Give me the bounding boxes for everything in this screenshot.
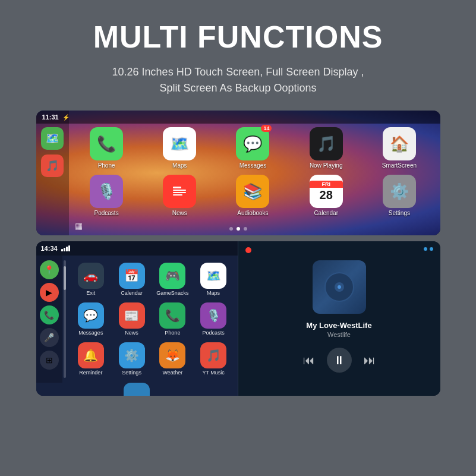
bottom-app-weather[interactable]: 🦊 Weather: [153, 341, 192, 378]
weather-icon: 🦊: [159, 342, 185, 368]
b-news-label: News: [125, 330, 138, 336]
b-messages-label: Messages: [78, 330, 103, 336]
audiobooks-label: Audiobooks: [237, 210, 268, 216]
app-smartscreen[interactable]: 🏠 SmartScreen: [364, 127, 434, 169]
page-dots: [229, 227, 247, 231]
music-artist: Westlife: [245, 331, 433, 338]
scroll-thumb: [64, 266, 66, 290]
settings-icon: ⚙️: [383, 175, 416, 208]
b-messages-icon: 💬: [78, 302, 104, 329]
messages-icon: 💬 14: [236, 127, 269, 160]
b-settings-label: Settings: [122, 370, 141, 376]
bottom-app-gamesnacks[interactable]: 🎮 GameSnacks: [153, 260, 192, 298]
battery-icon: ⚡: [62, 114, 70, 121]
bottom-left-panel: 14:34 📍 ▶ 📞 🎤 ⊞: [36, 241, 238, 396]
app-podcasts[interactable]: 🎙️ Podcasts: [72, 175, 141, 216]
b-calendar-icon: 📅: [119, 263, 145, 289]
bottom-apps-grid: 🚗 Exit 📅 Calendar 🎮 GameSnacks 🗺️ Maps: [67, 256, 238, 383]
settings-label: Settings: [389, 210, 410, 216]
sidebar-phone-icon[interactable]: 📞: [40, 305, 59, 324]
signal-bar-3: [66, 247, 68, 251]
messages-badge: 14: [261, 125, 272, 132]
bottom-left-sidebar: 📍 ▶ 📞 🎤 ⊞: [36, 256, 62, 383]
top-time: 11:31: [42, 114, 59, 121]
sidebar-music-icon[interactable]: 🎵: [41, 155, 64, 177]
music-controls: ⏮ ⏸ ⏭: [245, 348, 433, 373]
reminder-icon: 🔔: [78, 342, 104, 368]
bottom-app-settings[interactable]: ⚙️ Settings: [112, 341, 151, 378]
exit-label: Exit: [86, 290, 95, 296]
b-calendar-label: Calendar: [121, 290, 143, 296]
b-settings-icon: ⚙️: [119, 342, 145, 368]
smartscreen-label: SmartScreen: [382, 162, 417, 169]
bottom-app-phone[interactable]: 📞 Phone: [153, 300, 192, 338]
signal-bars: [61, 245, 70, 251]
app-maps[interactable]: 🗺️ Maps: [145, 127, 215, 169]
sidebar-mic-icon[interactable]: 🎤: [40, 328, 59, 347]
b-news-icon: 📰: [119, 302, 145, 329]
prev-button[interactable]: ⏮: [303, 354, 315, 367]
b-podcasts-icon: 🎙️: [200, 302, 226, 329]
svg-rect-1: [173, 187, 181, 188]
app-audiobooks[interactable]: 📚 Audiobooks: [218, 175, 288, 216]
app-phone[interactable]: 📞 Phone: [72, 127, 141, 169]
svg-rect-2: [173, 190, 186, 191]
gamesnacks-icon: 🎮: [159, 263, 185, 289]
nowplaying-label: Now Playing: [310, 162, 343, 169]
bottom-app-messages[interactable]: 💬 Messages: [72, 300, 111, 338]
sidebar-grid-icon[interactable]: ⊞: [40, 351, 59, 370]
signal-bar-4: [68, 245, 70, 251]
bottom-app-calendar[interactable]: 📅 Calendar: [112, 260, 151, 298]
dot-2: [237, 227, 240, 231]
b-podcasts-label: Podcasts: [203, 330, 225, 336]
app-messages[interactable]: 💬 14 Messages: [218, 127, 288, 169]
messages-label: Messages: [239, 162, 267, 169]
sidebar-youtube-icon[interactable]: ▶: [40, 283, 59, 302]
app-settings[interactable]: ⚙️ Settings: [364, 175, 434, 216]
bottom-app-podcasts[interactable]: 🎙️ Podcasts: [194, 300, 233, 338]
bottom-status-bar: 14:34: [36, 241, 238, 256]
b-phone-icon: 📞: [159, 302, 185, 329]
bottom-app-maps[interactable]: 🗺️ Maps: [194, 260, 233, 298]
maps-icon: 🗺️: [163, 127, 196, 160]
app-nowplaying[interactable]: 🎵 Now Playing: [291, 127, 361, 169]
bottom-main-area: 📍 ▶ 📞 🎤 ⊞ 🚗 Exit 📅 Calendar: [36, 256, 238, 383]
news-icon: [163, 175, 196, 208]
svg-rect-4: [173, 194, 182, 196]
dot-1: [229, 227, 233, 231]
wifi-dot-2: [430, 247, 433, 251]
calendar-icon: FRI 28: [310, 175, 343, 208]
top-apps-grid: 📞 Phone 🗺️ Maps 💬 14 Messages 🎵 Now Play…: [72, 126, 434, 217]
b-maps-icon: 🗺️: [200, 263, 226, 289]
dot-3: [244, 227, 247, 231]
album-art: [313, 260, 366, 314]
reminder-label: Reminder: [79, 370, 102, 376]
sidebar-maps-icon[interactable]: 🗺️: [41, 127, 64, 150]
play-pause-button[interactable]: ⏸: [327, 348, 352, 373]
bottom-app-reminder[interactable]: 🔔 Reminder: [72, 341, 111, 378]
app-calendar[interactable]: FRI 28 Calendar: [291, 175, 361, 216]
exit-icon: 🚗: [78, 263, 104, 289]
next-button[interactable]: ⏭: [364, 354, 376, 367]
bottom-partial-icon: [124, 383, 150, 396]
calendar-label: Calendar: [314, 210, 338, 216]
scroll-bar[interactable]: [64, 260, 66, 378]
bottom-app-exit[interactable]: 🚗 Exit: [72, 260, 111, 298]
ytmusic-icon: 🎵: [200, 342, 226, 368]
page-title: MULTI FUNCTIONS: [93, 19, 383, 55]
bottom-screen: 14:34 📍 ▶ 📞 🎤 ⊞: [36, 241, 440, 396]
nowplaying-icon: 🎵: [310, 127, 343, 160]
audiobooks-icon: 📚: [236, 175, 269, 208]
weather-label: Weather: [162, 370, 182, 376]
b-phone-label: Phone: [165, 330, 180, 336]
signal-bar-1: [61, 249, 63, 251]
app-news[interactable]: News: [145, 175, 215, 216]
page-subtitle: 10.26 Inches HD Touch Screen, Full Scree…: [112, 64, 364, 96]
bottom-app-ytmusic[interactable]: 🎵 YT Music: [194, 341, 233, 378]
sidebar-location-icon[interactable]: 📍: [40, 260, 59, 279]
music-player: My Love-WestLife Westlife ⏮ ⏸ ⏭: [238, 241, 440, 396]
podcasts-icon: 🎙️: [90, 175, 123, 208]
bottom-time: 14:34: [41, 245, 58, 252]
bottom-app-news[interactable]: 📰 News: [112, 300, 151, 338]
recording-indicator: [245, 247, 251, 253]
